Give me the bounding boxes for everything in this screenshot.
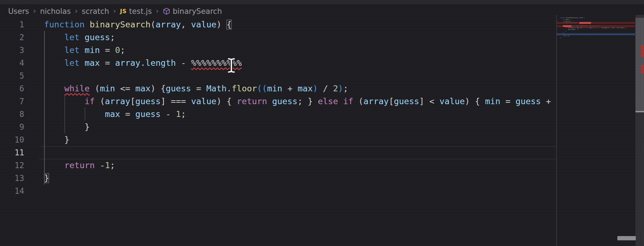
- breadcrumb-separator: ›: [33, 6, 36, 15]
- breadcrumb-item-test-js[interactable]: JStest.js: [120, 7, 152, 16]
- code-line: 3 let min = 0;: [0, 44, 556, 57]
- code-line: 2 let guess;: [0, 31, 556, 44]
- code-token: array: [364, 96, 389, 106]
- code-line-content[interactable]: [24, 184, 44, 197]
- code-token: ;: [569, 19, 570, 20]
- code-token: guess: [515, 96, 541, 106]
- code-token: (: [95, 96, 105, 106]
- code-line-content[interactable]: let guess;: [24, 31, 115, 44]
- horizontal-scrollbar-thumb[interactable]: [617, 236, 636, 240]
- code-token: ): [338, 84, 343, 93]
- code-token: array: [105, 96, 130, 106]
- line-number[interactable]: 8: [0, 108, 24, 121]
- code-line-content[interactable]: max = guess - 1;: [24, 108, 186, 121]
- breadcrumb-item-binarysearch[interactable]: binarySearch: [163, 7, 222, 16]
- code-line: 13}: [0, 172, 556, 184]
- code-token: [44, 58, 64, 68]
- code-token: max: [85, 58, 100, 68]
- code-token: ;: [110, 160, 115, 170]
- breadcrumb-separator: ›: [75, 6, 78, 15]
- code-token: -: [161, 109, 176, 119]
- code-token: }: [44, 135, 69, 145]
- line-number[interactable]: 3: [0, 44, 24, 57]
- code-token: .: [226, 84, 231, 93]
- code-line: 9 }: [0, 121, 556, 133]
- breadcrumb: Users›nicholas›scratch›JStest.js›binaryS…: [8, 4, 222, 18]
- line-number[interactable]: 12: [0, 159, 24, 172]
- line-number[interactable]: 1: [0, 18, 24, 31]
- code-line-content[interactable]: }: [24, 121, 90, 133]
- code-token: min: [100, 84, 115, 93]
- code-line-content[interactable]: if (array[guess] === value) { return gue…: [24, 95, 551, 108]
- code-token: (: [353, 96, 364, 106]
- code-token: }: [560, 37, 561, 38]
- scrollbar-error-mark: [641, 65, 644, 74]
- code-line-content[interactable]: let min = 0;: [24, 44, 125, 57]
- error-squiggle: while: [64, 84, 90, 93]
- code-token: max: [105, 109, 120, 119]
- code-line-content[interactable]: }: [24, 133, 69, 146]
- bracket-match-highlight: {: [226, 20, 231, 30]
- code-token: let: [64, 45, 80, 55]
- line-number[interactable]: 2: [0, 31, 24, 44]
- code-token: value: [191, 96, 216, 106]
- code-token: binarySearch: [90, 20, 150, 30]
- code-token: value: [191, 20, 216, 30]
- editor-code-area[interactable]: 1function binarySearch(array, value) {2 …: [0, 18, 556, 246]
- breadcrumb-item-users[interactable]: Users: [8, 7, 29, 16]
- code-token: guess: [135, 96, 161, 106]
- minimap[interactable]: function binarySearch(array, value) { le…: [560, 17, 635, 245]
- code-line: 14: [0, 184, 556, 197]
- code-token: min: [485, 96, 500, 106]
- code-token: [44, 45, 64, 55]
- error-squiggle: %%%%%%%%%%: [191, 58, 242, 68]
- minimap-line-content: return -1;: [560, 35, 570, 37]
- code-token: return: [237, 96, 267, 106]
- vertical-scrollbar[interactable]: [635, 15, 644, 246]
- code-line-content[interactable]: while (min <= max) {guess = Math.floor((…: [24, 82, 348, 95]
- code-line-content[interactable]: let max = array.length - %%%%%%%%%%: [24, 57, 242, 69]
- code-line-content[interactable]: [24, 69, 44, 82]
- code-token: =: [100, 58, 115, 68]
- breadcrumb-label: binarySearch: [173, 7, 222, 16]
- code-token: ) {: [583, 27, 585, 28]
- breadcrumb-item-scratch[interactable]: scratch: [82, 7, 109, 16]
- line-number[interactable]: 5: [0, 69, 24, 82]
- code-token: [44, 84, 64, 93]
- code-token: ] <: [419, 96, 439, 106]
- code-line: 4 let max = array.length - %%%%%%%%%%: [0, 57, 556, 69]
- code-token: (: [90, 84, 100, 93]
- line-number[interactable]: 10: [0, 133, 24, 146]
- line-number[interactable]: 11: [0, 146, 24, 159]
- code-token: ; }: [593, 27, 596, 28]
- breadcrumb-item-nicholas[interactable]: nicholas: [40, 7, 71, 16]
- code-line-content[interactable]: function binarySearch(array, value) {: [24, 18, 232, 31]
- code-token: else: [596, 27, 598, 28]
- code-token: =: [191, 84, 206, 93]
- code-line-content[interactable]: }: [24, 172, 49, 184]
- code-token: +: [624, 27, 626, 28]
- line-number[interactable]: 9: [0, 121, 24, 133]
- minimap-error-chunk: [579, 22, 591, 24]
- code-token: ;: [343, 84, 348, 93]
- code-token: [267, 96, 272, 106]
- code-token: [44, 160, 64, 170]
- code-token: guess: [572, 29, 575, 30]
- code-token: length: [145, 58, 176, 68]
- current-line-highlight: [39, 146, 556, 159]
- minimap-code: function binarySearch(array, value) { le…: [560, 17, 635, 40]
- code-token: =: [120, 109, 135, 119]
- line-number[interactable]: 7: [0, 95, 24, 108]
- code-token: [44, 109, 105, 119]
- line-number[interactable]: 6: [0, 82, 24, 95]
- code-token: array: [568, 27, 571, 28]
- code-token: return: [585, 27, 589, 28]
- code-token: ): [216, 20, 227, 30]
- code-token: }: [560, 32, 564, 33]
- code-line-content[interactable]: return -1;: [24, 159, 115, 172]
- code-token: guess: [606, 27, 609, 28]
- line-number[interactable]: 13: [0, 172, 24, 184]
- line-number[interactable]: 14: [0, 184, 24, 197]
- code-token: ;: [569, 35, 570, 37]
- line-number[interactable]: 4: [0, 57, 24, 69]
